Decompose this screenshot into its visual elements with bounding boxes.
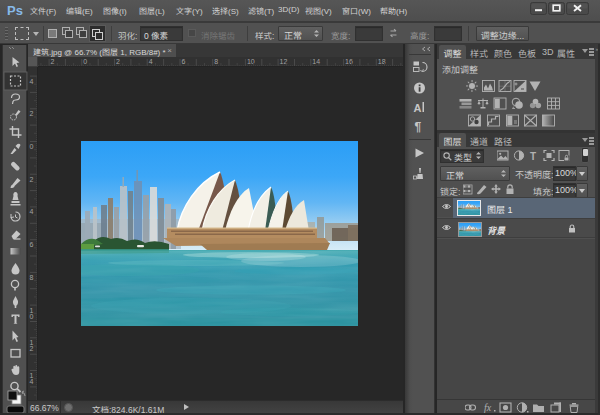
svg-text:T: T xyxy=(530,151,536,162)
svg-text:4: 4 xyxy=(149,58,153,65)
svg-text:0: 0 xyxy=(83,58,87,65)
svg-text:2: 2 xyxy=(30,176,34,183)
svg-text:8: 8 xyxy=(214,58,218,65)
svg-text:fx: fx xyxy=(484,402,492,413)
svg-text:2: 2 xyxy=(30,110,34,117)
svg-text:6: 6 xyxy=(30,241,34,248)
svg-text:A: A xyxy=(414,102,422,114)
svg-text:8: 8 xyxy=(30,274,34,281)
svg-text:0: 0 xyxy=(30,313,34,320)
svg-text:4: 4 xyxy=(30,78,34,85)
svg-text:2: 2 xyxy=(51,58,55,65)
svg-text:2: 2 xyxy=(116,58,120,65)
svg-text:2: 2 xyxy=(30,345,34,352)
svg-text:6: 6 xyxy=(182,58,186,65)
svg-text:¶: ¶ xyxy=(415,120,422,134)
svg-text:4: 4 xyxy=(30,378,34,385)
svg-text:0: 0 xyxy=(30,143,34,150)
svg-text:4: 4 xyxy=(30,208,34,215)
